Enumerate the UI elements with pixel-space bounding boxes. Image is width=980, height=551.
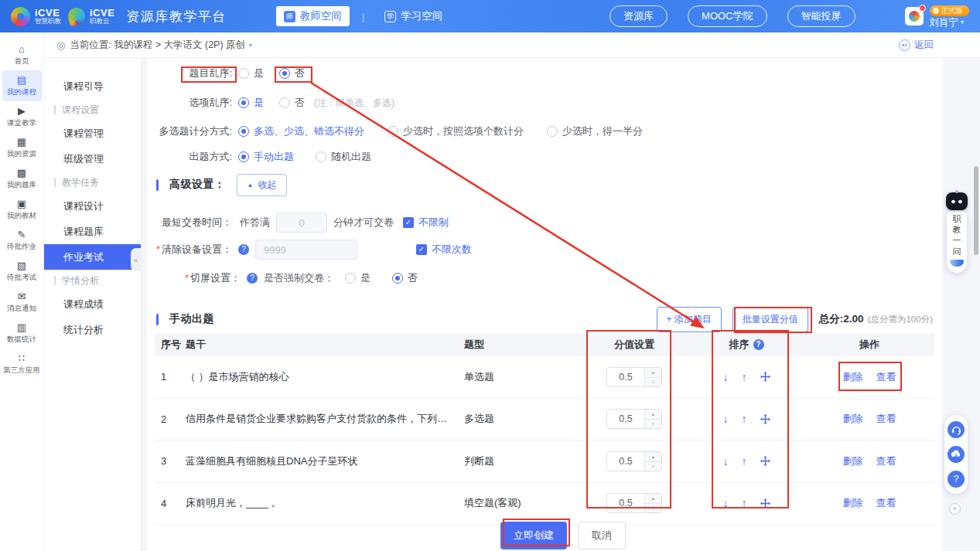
no-device-limit-checkbox[interactable]: ✓: [416, 244, 427, 255]
username-menu[interactable]: 刘肖宁 ▾: [930, 18, 965, 28]
no-time-limit-label[interactable]: 不限制: [418, 216, 449, 230]
no-time-limit-checkbox[interactable]: ✓: [403, 217, 414, 228]
chevron-down-icon[interactable]: ▾: [249, 42, 252, 49]
sort-help-icon[interactable]: ?: [753, 339, 764, 350]
spinner-up-icon[interactable]: ▲: [645, 410, 661, 419]
score-spinner[interactable]: ▲ ▼: [606, 493, 662, 513]
view-question-link[interactable]: 查看: [876, 454, 896, 468]
spinner-up-icon[interactable]: ▲: [645, 368, 661, 377]
view-question-link[interactable]: 查看: [876, 370, 896, 384]
move-up-icon[interactable]: ↑: [742, 372, 747, 383]
view-question-link[interactable]: 查看: [876, 412, 896, 426]
delete-question-link[interactable]: 删除: [843, 370, 863, 384]
question-shuffle-no-radio[interactable]: 否: [279, 66, 305, 80]
page-scrollbar[interactable]: [974, 166, 978, 255]
force-submit-no-radio[interactable]: 否: [392, 271, 418, 285]
delete-question-link[interactable]: 删除: [843, 454, 863, 468]
menu-item-course-management[interactable]: 课程管理: [44, 121, 141, 146]
score-input[interactable]: [607, 452, 644, 471]
breadcrumb: 当前位置: 我的课程 > 大学语文 (2P) 原创: [70, 39, 245, 52]
move-up-icon[interactable]: ↑: [742, 456, 747, 467]
tab-teacher-space[interactable]: 师 教师空间: [276, 6, 350, 26]
move-down-icon[interactable]: ↓: [723, 413, 729, 424]
batch-score-button[interactable]: 批量设置分值: [732, 307, 808, 332]
menu-item-course-guide[interactable]: 课程引导: [44, 73, 141, 99]
sidebar-item-data-statistics[interactable]: ▥ 数据统计: [2, 318, 42, 349]
spinner-down-icon[interactable]: ▼: [645, 377, 661, 387]
sidebar-item-home[interactable]: ⌂ 首页: [2, 39, 42, 70]
smart-casting-button[interactable]: 智能投屏: [787, 5, 855, 27]
screen-help-icon[interactable]: ?: [247, 273, 258, 284]
spinner-up-icon[interactable]: ▲: [645, 494, 661, 503]
score-spinner[interactable]: ▲ ▼: [606, 409, 662, 429]
menu-collapse-handle[interactable]: «: [131, 248, 141, 271]
ai-assistant-widget[interactable]: 职教一问: [944, 192, 969, 273]
score-input[interactable]: [607, 494, 644, 512]
question-no: 2: [155, 413, 186, 425]
move-down-icon[interactable]: ↓: [723, 498, 729, 508]
menu-item-course-question-bank[interactable]: 课程题库: [44, 219, 141, 244]
random-mode-radio[interactable]: 随机出题: [316, 150, 371, 164]
textbook-icon: ▣: [17, 199, 26, 209]
force-submit-yes-radio[interactable]: 是: [345, 271, 370, 285]
sidebar-item-my-textbooks[interactable]: ▣ 我的教材: [2, 194, 42, 225]
sidebar-item-pending-exams[interactable]: ▧ 待批考试: [2, 256, 42, 287]
drag-move-icon[interactable]: [760, 456, 770, 466]
move-up-icon[interactable]: ↑: [742, 498, 747, 508]
collapse-advanced-button[interactable]: ▲ 收起: [237, 174, 288, 196]
sidebar-item-third-party-apps[interactable]: ∷ 第三方应用: [2, 349, 42, 379]
close-help-icon[interactable]: ×: [949, 503, 961, 515]
delete-question-link[interactable]: 删除: [843, 412, 863, 426]
multi-scoring-by-count-radio[interactable]: 少选时，按照选项个数计分: [388, 124, 524, 138]
option-shuffle-yes-radio[interactable]: 是: [238, 96, 264, 110]
spinner-down-icon[interactable]: ▼: [645, 419, 661, 429]
multi-scoring-strict-radio[interactable]: 多选、少选、错选不得分: [238, 124, 364, 138]
score-spinner[interactable]: ▲ ▼: [606, 451, 662, 471]
move-up-icon[interactable]: ↑: [742, 413, 747, 424]
no-device-limit-label[interactable]: 不限次数: [432, 243, 472, 257]
move-down-icon[interactable]: ↓: [723, 456, 729, 467]
help-question-icon[interactable]: ?: [948, 471, 965, 488]
menu-item-course-grades[interactable]: 课程成绩: [44, 291, 141, 317]
device-help-icon[interactable]: ?: [238, 244, 249, 255]
score-input[interactable]: [607, 410, 644, 428]
min-time-input[interactable]: [276, 213, 327, 233]
sidebar-item-messages[interactable]: ✉ 消息通知: [2, 287, 42, 318]
menu-item-course-design[interactable]: 课程设计: [44, 193, 141, 219]
create-now-button[interactable]: 立即创建: [500, 522, 567, 549]
drag-move-icon[interactable]: [760, 414, 770, 424]
delete-question-link[interactable]: 删除: [843, 496, 863, 510]
manual-mode-radio[interactable]: 手动出题: [238, 150, 294, 164]
drag-move-icon[interactable]: [760, 372, 770, 382]
sidebar-item-my-question-bank[interactable]: ▩ 我的题库: [2, 163, 42, 194]
sidebar-item-my-resources[interactable]: ▦ 我的资源: [2, 132, 42, 163]
tab-learning-space[interactable]: 学 学习空间: [377, 6, 450, 26]
drag-move-icon[interactable]: [760, 498, 770, 508]
spinner-up-icon[interactable]: ▲: [645, 452, 661, 461]
resource-library-button[interactable]: 资源库: [610, 5, 668, 27]
view-question-link[interactable]: 查看: [876, 496, 896, 510]
sidebar-item-classroom-teaching[interactable]: ▶ 课堂教学: [2, 101, 42, 132]
spinner-down-icon[interactable]: ▼: [645, 503, 661, 513]
menu-item-statistical-analysis[interactable]: 统计分析: [44, 317, 141, 342]
sidebar-item-pending-homework[interactable]: ✎ 待批作业: [2, 225, 42, 256]
device-count-input[interactable]: [255, 240, 357, 260]
menu-item-class-management[interactable]: 班级管理: [44, 146, 141, 172]
cancel-button[interactable]: 取消: [578, 522, 626, 549]
user-avatar[interactable]: [905, 7, 924, 26]
customer-service-icon[interactable]: [948, 421, 965, 438]
assistant-pill[interactable]: 职教一问: [947, 208, 967, 273]
multi-scoring-half-radio[interactable]: 少选时，得一半分: [547, 124, 643, 138]
menu-item-homework-exam[interactable]: 作业考试: [44, 244, 141, 270]
add-question-button[interactable]: + 添加题目: [657, 307, 722, 332]
option-shuffle-no-radio[interactable]: 否: [279, 96, 305, 110]
cloud-download-icon[interactable]: [948, 446, 965, 463]
back-button[interactable]: ↩ 返回: [899, 39, 934, 52]
question-shuffle-yes-radio[interactable]: 是: [238, 66, 264, 80]
mooc-college-button[interactable]: MOOC学院: [688, 5, 767, 27]
score-input[interactable]: [607, 368, 644, 386]
spinner-down-icon[interactable]: ▼: [645, 461, 661, 471]
move-down-icon[interactable]: ↓: [723, 372, 729, 383]
sidebar-item-my-courses[interactable]: ▤ 我的课程: [2, 70, 42, 101]
score-spinner[interactable]: ▲ ▼: [606, 367, 662, 387]
